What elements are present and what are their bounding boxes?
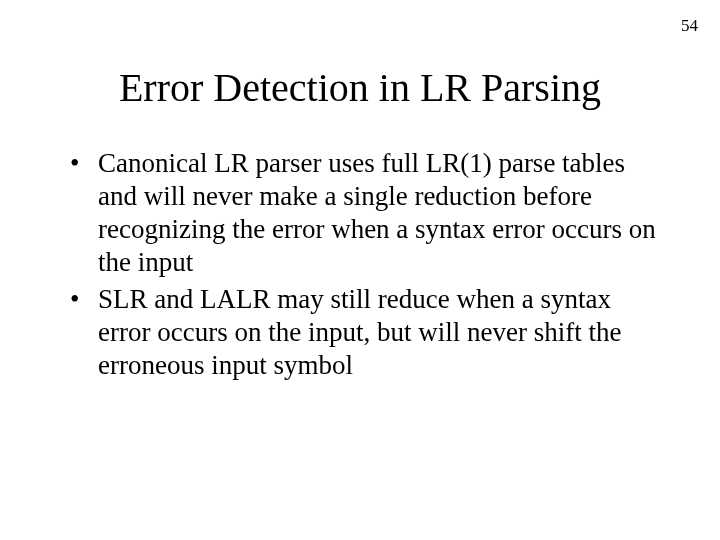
bullet-item: Canonical LR parser uses full LR(1) pars… [70, 147, 660, 279]
slide-title: Error Detection in LR Parsing [0, 64, 720, 111]
bullet-item: SLR and LALR may still reduce when a syn… [70, 283, 660, 382]
page-number: 54 [681, 16, 698, 36]
bullet-list: Canonical LR parser uses full LR(1) pars… [70, 147, 660, 382]
